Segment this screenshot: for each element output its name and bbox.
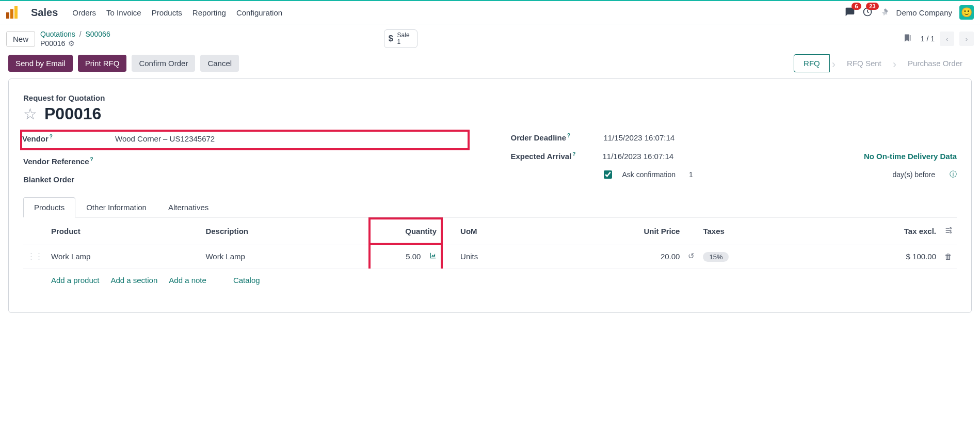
arrival-value[interactable]: 11/16/2023 16:07:14 (603, 152, 674, 161)
pager-prev[interactable]: ‹ (940, 32, 954, 46)
send-email-button[interactable]: Send by Email (8, 55, 73, 72)
col-unit-price: Unit Price (540, 218, 684, 244)
status-bar: RFQ RFQ Sent Purchase Order (794, 54, 972, 72)
cell-uom[interactable]: Units (456, 244, 540, 269)
user-avatar[interactable]: 🙂 (959, 5, 974, 20)
ask-days-value[interactable]: 1 (689, 170, 693, 179)
tools-icon[interactable] (880, 7, 889, 18)
vendor-highlight: Vendor? Wood Corner – US12345672 (20, 130, 470, 150)
breadcrumb-root[interactable]: Quotations (40, 30, 75, 38)
breadcrumb-parent[interactable]: S00066 (85, 30, 110, 38)
nav-orders[interactable]: Orders (72, 8, 96, 17)
nav-reporting[interactable]: Reporting (192, 8, 226, 17)
tab-products[interactable]: Products (23, 197, 75, 217)
info-icon[interactable]: ⓘ (950, 170, 957, 179)
form-sheet: Request for Quotation ☆ P00016 Vendor? W… (8, 78, 972, 313)
svg-point-1 (950, 228, 952, 229)
ask-confirmation-label: Ask confirmation (622, 170, 676, 179)
status-purchase-order[interactable]: Purchase Order (898, 55, 972, 72)
breadcrumb-path: Quotations / S00066 (40, 30, 110, 38)
confirm-order-button[interactable]: Confirm Order (132, 55, 195, 72)
breadcrumb-row: New Quotations / S00066 P00016 ⚙ $ Sale … (0, 24, 980, 51)
blanket-order-label: Blanket Order (23, 175, 106, 184)
vendor-ref-label: Vendor Reference? (23, 156, 106, 166)
tabs: Products Other Information Alternatives (23, 197, 957, 217)
col-product: Product (47, 218, 201, 244)
delete-row-icon[interactable]: 🗑 (944, 252, 952, 261)
messages-icon[interactable]: 6 (845, 7, 855, 19)
order-lines-table: Product Description Quantity UoM Unit Pr… (23, 217, 957, 292)
ask-confirmation-checkbox[interactable] (604, 170, 612, 179)
deadline-label: Order Deadline? (511, 133, 593, 142)
no-ontime-link[interactable]: No On-time Delivery Data (864, 152, 957, 161)
svg-point-2 (950, 232, 952, 233)
sale-stat-button[interactable]: $ Sale 1 (384, 29, 417, 48)
deadline-value[interactable]: 11/15/2023 16:07:14 (604, 133, 675, 142)
nav-products[interactable]: Products (152, 8, 182, 17)
recompute-icon[interactable]: ↺ (688, 252, 695, 260)
cell-quantity[interactable]: 5.00 (369, 244, 442, 269)
status-rfq[interactable]: RFQ (794, 54, 830, 72)
pager-text: 1 / 1 (921, 35, 935, 43)
col-description: Description (201, 218, 369, 244)
breadcrumb-current: P00016 (40, 39, 65, 48)
add-note-link[interactable]: Add a note (169, 276, 206, 285)
status-rfq-sent[interactable]: RFQ Sent (838, 55, 891, 72)
arrival-label: Expected Arrival? (511, 151, 593, 161)
nav-to-invoice[interactable]: To Invoice (106, 8, 141, 17)
dollar-icon: $ (389, 34, 393, 43)
record-id: P00016 (44, 104, 101, 123)
col-uom: UoM (456, 218, 540, 244)
app-logo[interactable] (6, 6, 19, 19)
col-taxes: Taxes (699, 218, 809, 244)
nav-configuration[interactable]: Configuration (236, 8, 282, 17)
new-button[interactable]: New (6, 31, 35, 47)
vendor-value[interactable]: Wood Corner – US12345672 (115, 134, 215, 143)
settings-gear-icon[interactable]: ⚙ (68, 39, 75, 48)
cell-product[interactable]: Work Lamp (47, 244, 201, 269)
bookmark-icon[interactable] (903, 34, 912, 44)
col-quantity: Quantity (369, 218, 442, 244)
cell-description[interactable]: Work Lamp (201, 244, 369, 269)
pager-next[interactable]: › (959, 32, 974, 46)
col-tax-excl: Tax excl. (809, 218, 940, 244)
activities-badge: 23 (866, 3, 878, 10)
app-name[interactable]: Sales (31, 7, 58, 19)
drag-handle-icon[interactable]: ⋮⋮ (27, 252, 43, 260)
add-product-link[interactable]: Add a product (51, 276, 99, 285)
vendor-label: Vendor? (22, 134, 105, 143)
messages-badge: 6 (852, 3, 861, 10)
days-before-label: day(s) before (893, 170, 935, 179)
add-section-link[interactable]: Add a section (110, 276, 157, 285)
company-name[interactable]: Demo Company (896, 8, 952, 17)
action-row: Send by Email Print RFQ Confirm Order Ca… (0, 51, 980, 78)
tab-alternatives[interactable]: Alternatives (157, 197, 219, 217)
catalog-link[interactable]: Catalog (233, 276, 260, 285)
cell-unit-price[interactable]: 20.00 (540, 244, 684, 269)
forecast-icon[interactable] (427, 252, 437, 261)
table-row[interactable]: ⋮⋮ Work Lamp Work Lamp 5.00 Units 20.00 … (23, 244, 957, 269)
favorite-star-icon[interactable]: ☆ (23, 105, 37, 123)
sale-count: 1 (397, 39, 410, 45)
cell-taxes[interactable]: 15% (699, 244, 809, 269)
cell-tax-excl: $ 100.00 (809, 244, 940, 269)
activities-icon[interactable]: 23 (862, 7, 873, 19)
tab-other-info[interactable]: Other Information (75, 197, 157, 217)
print-rfq-button[interactable]: Print RFQ (78, 55, 127, 72)
col-settings-icon[interactable] (940, 218, 957, 244)
cancel-button[interactable]: Cancel (200, 55, 239, 72)
form-subtitle: Request for Quotation (23, 93, 957, 102)
top-nav: Sales Orders To Invoice Products Reporti… (0, 1, 980, 24)
